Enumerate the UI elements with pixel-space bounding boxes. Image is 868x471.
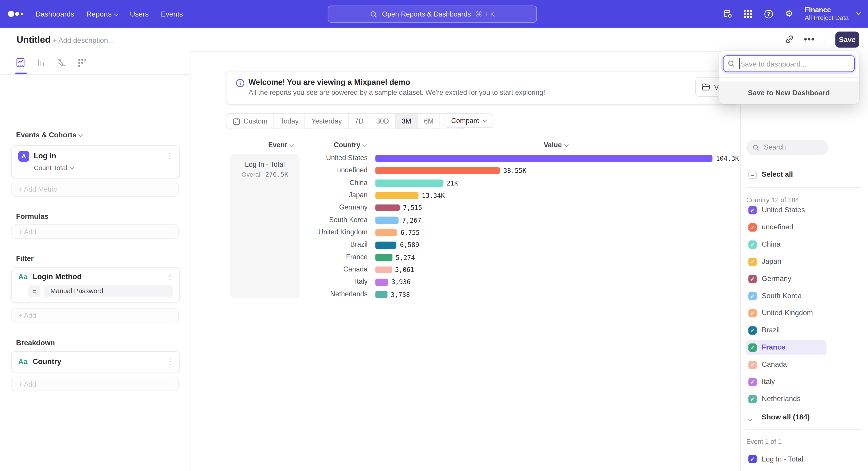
column-header-event[interactable]: Event: [253, 141, 308, 149]
legend-label-netherlands[interactable]: Netherlands: [762, 394, 801, 403]
data-management-icon[interactable]: [723, 9, 733, 19]
filter-property-name[interactable]: Login Method: [33, 273, 82, 281]
event-series-cell[interactable]: Log In - Total Overall 276.5K: [230, 154, 300, 298]
breakdown-options-icon[interactable]: ⋮: [166, 357, 174, 365]
legend-checkbox-netherlands[interactable]: ✓: [748, 395, 757, 403]
mixpanel-logo-icon[interactable]: [8, 10, 26, 18]
settings-gear-icon[interactable]: ⚙: [785, 9, 793, 18]
save-button[interactable]: Save: [835, 31, 859, 47]
tab-insights[interactable]: [16, 58, 26, 68]
nav-item-users[interactable]: Users: [130, 10, 149, 18]
global-search-button[interactable]: Open Reports & Dashboards ⌘ + K: [328, 5, 537, 23]
legend-label-undefined[interactable]: undefined: [762, 223, 794, 231]
save-to-dashboard-popover: Save to New Dashboard: [719, 51, 859, 104]
bar-france[interactable]: [375, 254, 392, 261]
bar-south-korea[interactable]: [375, 217, 399, 224]
add-breakdown-button[interactable]: + Add: [11, 377, 179, 391]
svg-text:?: ?: [767, 11, 770, 17]
bar-united-kingdom[interactable]: [375, 229, 397, 236]
legend-label-united-states[interactable]: United States: [762, 206, 805, 214]
legend-checkbox-italy[interactable]: ✓: [748, 378, 757, 386]
add-filter-button[interactable]: + Add: [11, 308, 179, 323]
save-to-new-dashboard-button[interactable]: Save to New Dashboard: [719, 82, 859, 104]
metric-event-name[interactable]: Log In: [34, 152, 56, 160]
range-today[interactable]: Today: [274, 114, 305, 128]
nav-item-reports[interactable]: Reports: [86, 10, 118, 18]
add-description-button[interactable]: + Add description...: [53, 36, 114, 45]
legend-label-south-korea[interactable]: South Korea: [762, 291, 802, 300]
event-checkbox[interactable]: ✓: [748, 455, 757, 463]
bar-category-label: Netherlands: [232, 290, 368, 298]
legend-checkbox-undefined[interactable]: ✓: [748, 223, 757, 231]
legend-checkbox-united-kingdom[interactable]: ✓: [748, 309, 757, 317]
info-icon: i: [236, 79, 245, 88]
bar-china[interactable]: [375, 180, 443, 187]
legend-checkbox-united-states[interactable]: ✓: [748, 206, 757, 214]
bar-brazil[interactable]: [375, 242, 397, 248]
events-cohorts-header[interactable]: Events & Cohorts: [16, 131, 83, 139]
apps-grid-icon[interactable]: [744, 10, 752, 18]
bar-italy[interactable]: [375, 279, 388, 286]
country-breakdown-header: Country 12 of 184: [746, 196, 799, 204]
save-to-dashboard-input[interactable]: [723, 55, 855, 72]
bar-united-states[interactable]: [375, 155, 712, 162]
tab-retention[interactable]: [77, 58, 87, 68]
bar-canada[interactable]: [375, 266, 392, 273]
legend-label-france[interactable]: France: [762, 343, 785, 351]
range-yesterday[interactable]: Yesterday: [305, 114, 348, 128]
legend-checkbox-brazil[interactable]: ✓: [748, 326, 757, 334]
legend-label-united-kingdom[interactable]: United Kingdom: [762, 308, 813, 317]
legend-label-china[interactable]: China: [762, 240, 780, 248]
metric-aggregation-dropdown[interactable]: Count Total: [34, 164, 73, 172]
bar-japan[interactable]: [375, 192, 418, 199]
add-formula-button[interactable]: + Add: [11, 225, 179, 239]
metric-options-icon[interactable]: ⋮: [166, 151, 174, 160]
filter-value-dropdown[interactable]: Manual Password: [43, 285, 173, 297]
range-7d[interactable]: 7D: [348, 114, 370, 128]
filter-card[interactable]: Aa Login Method ⋮ = Manual Password: [11, 267, 180, 302]
bar-undefined[interactable]: [375, 167, 500, 174]
bar-netherlands[interactable]: [375, 291, 387, 298]
filter-operator-dropdown[interactable]: =: [28, 285, 40, 297]
range-custom[interactable]: Custom: [226, 114, 274, 128]
event-checkbox-label[interactable]: Log In - Total: [762, 455, 803, 463]
legend-label-japan[interactable]: Japan: [762, 257, 781, 265]
legend-label-brazil[interactable]: Brazil: [762, 326, 780, 334]
event-section-header: Event 1 of 1: [746, 438, 782, 445]
show-all-button[interactable]: Show all (184): [762, 413, 810, 421]
legend-checkbox-japan[interactable]: ✓: [748, 258, 757, 266]
column-header-country[interactable]: Country: [334, 141, 366, 149]
help-icon[interactable]: ?: [764, 9, 774, 19]
bar-germany[interactable]: [375, 205, 400, 211]
legend-checkbox-france[interactable]: ✓: [748, 343, 757, 352]
nav-item-events[interactable]: Events: [161, 10, 183, 18]
filter-options-icon[interactable]: ⋮: [166, 272, 174, 281]
legend-checkbox-china[interactable]: ✓: [748, 240, 757, 248]
legend-checkbox-germany[interactable]: ✓: [748, 274, 757, 283]
add-metric-button[interactable]: + Add Metric: [11, 182, 179, 197]
legend-checkbox-south-korea[interactable]: ✓: [748, 292, 757, 300]
breakdown-property-name[interactable]: Country: [33, 357, 61, 366]
tab-flows[interactable]: [57, 58, 66, 68]
range-6m[interactable]: 6M: [418, 114, 440, 128]
compare-dropdown[interactable]: Compare: [445, 113, 494, 128]
nav-item-dashboards[interactable]: Dashboards: [35, 10, 74, 18]
legend-search-input[interactable]: Search: [746, 140, 828, 155]
column-header-value[interactable]: Value: [528, 141, 583, 149]
project-switcher[interactable]: Finance All Project Data: [805, 6, 860, 22]
select-all-label[interactable]: Select all: [762, 170, 793, 178]
copy-link-icon[interactable]: [785, 35, 794, 44]
range-30d[interactable]: 30D: [370, 114, 396, 128]
select-all-checkbox[interactable]: –: [748, 171, 757, 179]
report-title[interactable]: Untitled: [17, 34, 51, 45]
tab-funnels[interactable]: [36, 58, 46, 68]
legend-label-italy[interactable]: Italy: [762, 377, 775, 386]
legend-checkbox-canada[interactable]: ✓: [748, 360, 757, 369]
legend-label-germany[interactable]: Germany: [762, 274, 792, 283]
breakdown-card[interactable]: Aa Country ⋮: [11, 351, 180, 372]
range-3m[interactable]: 3M: [396, 114, 418, 128]
more-options-icon[interactable]: •••: [804, 34, 815, 45]
divider: [746, 187, 861, 188]
legend-label-canada[interactable]: Canada: [762, 360, 787, 369]
metric-card[interactable]: A Log In ⋮ Count Total: [11, 145, 180, 178]
